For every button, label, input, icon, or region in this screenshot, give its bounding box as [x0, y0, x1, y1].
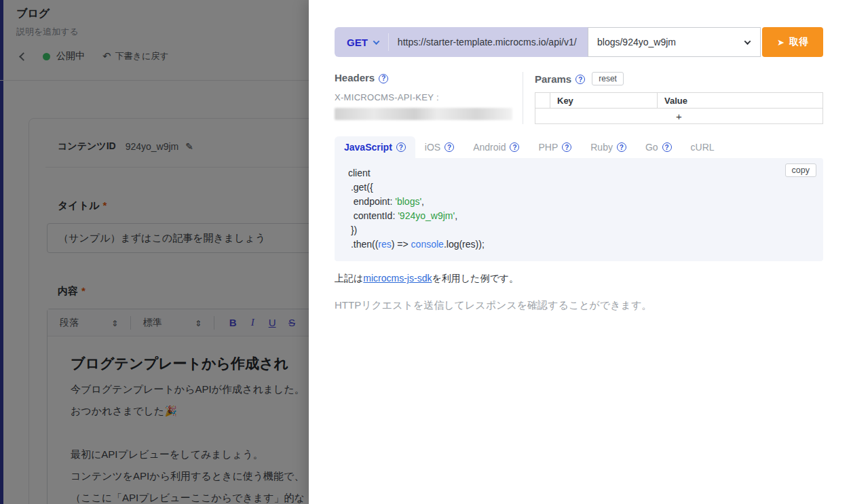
- headers-section: Headers X-MICROCMS-API-KEY :: [335, 72, 523, 124]
- tab-php[interactable]: PHP: [529, 136, 581, 158]
- params-table: Key Value +: [535, 92, 823, 124]
- method-label: GET: [347, 37, 368, 48]
- headers-title: Headers: [335, 72, 375, 83]
- add-param-button[interactable]: +: [535, 109, 823, 124]
- method-select[interactable]: GET: [347, 37, 379, 48]
- endpoint-select[interactable]: blogs/924yo_w9jm: [588, 27, 761, 57]
- api-key-redacted-value: [335, 108, 512, 120]
- params-table-header: Key Value: [535, 93, 823, 109]
- content-editor-pane: ブログ 説明を追加する 公開中 下書きに戻す コンテンツID 924yo_w9j…: [0, 0, 309, 504]
- fetch-button[interactable]: 取得: [762, 27, 823, 57]
- code-line: endpoint: 'blogs',: [348, 195, 810, 209]
- params-value-header: Value: [658, 93, 823, 109]
- params-add-row: +: [535, 109, 823, 124]
- url-separator: [388, 33, 389, 51]
- endpoint-value: blogs/924yo_w9jm: [597, 37, 676, 47]
- headers-params-row: Headers X-MICROCMS-API-KEY : Params rese…: [335, 72, 823, 124]
- tab-android[interactable]: Android: [464, 136, 529, 158]
- sdk-link[interactable]: microcms-js-sdk: [363, 273, 432, 284]
- help-icon[interactable]: [562, 142, 571, 152]
- tab-go[interactable]: Go: [636, 136, 681, 158]
- chevron-down-icon: [373, 38, 379, 45]
- code-line: client: [348, 166, 810, 180]
- modal-dim-overlay[interactable]: [0, 0, 309, 504]
- params-title: Params: [535, 73, 571, 85]
- help-icon[interactable]: [575, 75, 585, 84]
- tab-ruby[interactable]: Ruby: [581, 136, 636, 158]
- code-line: .then((res) => console.log(res));: [348, 237, 810, 252]
- help-icon[interactable]: [510, 142, 519, 152]
- send-icon: [777, 37, 789, 47]
- http-description: HTTPリクエストを送信してレスポンスを確認することができます。: [335, 299, 851, 312]
- tab-curl[interactable]: cURL: [681, 136, 724, 158]
- section-divider: [523, 72, 523, 124]
- api-key-label: X-MICROCMS-API-KEY :: [335, 92, 523, 102]
- sdk-note: 上記はmicrocms-js-sdkを利用した例です。: [335, 273, 851, 285]
- code-line: }): [348, 223, 810, 237]
- base-url: https://starter-template.microcms.io/api…: [398, 37, 577, 47]
- fetch-label: 取得: [789, 36, 808, 48]
- chevron-down-icon: [744, 38, 751, 45]
- copy-button[interactable]: copy: [785, 163, 816, 177]
- tab-javascript[interactable]: JavaScript: [335, 136, 415, 158]
- help-icon[interactable]: [396, 142, 406, 152]
- help-icon[interactable]: [662, 142, 672, 152]
- params-key-header: Key: [550, 93, 658, 109]
- reset-params-button[interactable]: reset: [592, 72, 624, 85]
- language-tabs: JavaScriptiOSAndroidPHPRubyGocURL: [335, 136, 851, 158]
- code-block: copy client .get({ endpoint: 'blogs', co…: [335, 158, 823, 261]
- help-icon[interactable]: [379, 74, 388, 83]
- code-lines: client .get({ endpoint: 'blogs', content…: [348, 166, 810, 252]
- tab-ios[interactable]: iOS: [415, 136, 464, 158]
- code-line: .get({: [348, 180, 810, 195]
- url-group: GET https://starter-template.microcms.io…: [335, 27, 588, 57]
- api-preview-drawer: GET https://starter-template.microcms.io…: [309, 0, 851, 504]
- params-section: Params reset Key Value +: [535, 72, 823, 124]
- help-icon[interactable]: [617, 142, 626, 152]
- help-icon[interactable]: [445, 142, 454, 152]
- request-bar: GET https://starter-template.microcms.io…: [335, 27, 823, 57]
- code-line: contentId: '924yo_w9jm',: [348, 209, 810, 223]
